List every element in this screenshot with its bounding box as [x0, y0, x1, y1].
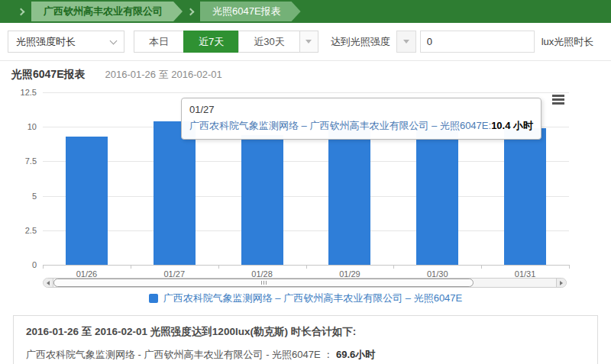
- metric-select[interactable]: 光照强度时长: [8, 31, 124, 53]
- summary-box: 2016-01-26 至 2016-02-01 光照强度达到1200lux(勒克…: [13, 315, 598, 364]
- report-title: 光照6047E报表: [11, 68, 85, 82]
- x-axis-tick: [218, 265, 219, 269]
- chevron-right-icon: [18, 8, 25, 15]
- x-axis-tick: [306, 265, 307, 269]
- scrollbar-right-button[interactable]: [556, 279, 566, 287]
- bar-01-27[interactable]: [154, 121, 196, 265]
- filter-toolbar: 光照强度时长 本日 近7天 近30天 达到光照强度 lux光照时长: [0, 23, 611, 61]
- y-axis-label: 2.5: [0, 226, 37, 235]
- y-axis-label: 0: [0, 260, 37, 269]
- metric-select-value: 光照强度时长: [16, 35, 76, 49]
- x-axis-tick: [393, 265, 394, 269]
- y-axis-label: 5: [0, 192, 37, 201]
- breadcrumb-report-label: 光照6047E报表: [212, 5, 281, 18]
- gridline: [43, 230, 569, 231]
- arrow-right-icon: [560, 281, 563, 285]
- y-axis-label: 12.5: [0, 88, 37, 97]
- summary-line: 广西农科院气象监测网络 - 广西钦州高丰农业有限公司 - 光照6047E ： 6…: [26, 348, 585, 362]
- range-button-today[interactable]: 本日: [134, 31, 184, 53]
- chart-tooltip: 01/27 广西农科院气象监测网络 – 广西钦州高丰农业有限公司 – 光照604…: [181, 98, 541, 140]
- x-axis-tick: [131, 265, 131, 269]
- grip-icon: [260, 281, 267, 285]
- threshold-unit-label: lux光照时长: [541, 35, 594, 49]
- bar-chart: 01/27 广西农科院气象监测网络 – 广西钦州高丰农业有限公司 – 光照604…: [0, 84, 611, 276]
- y-axis-label: 10: [0, 122, 37, 131]
- tooltip-body: 广西农科院气象监测网络 – 广西钦州高丰农业有限公司 – 光照6047E:10.…: [189, 119, 533, 133]
- y-axis-label: 7.5: [0, 156, 37, 166]
- scrollbar-left-button[interactable]: [44, 279, 53, 287]
- breadcrumb-item-report[interactable]: 光照6047E报表: [200, 2, 301, 21]
- tooltip-series-label: 广西农科院气象监测网络 – 广西钦州高丰农业有限公司 – 光照6047E:: [189, 120, 491, 131]
- summary-total-value: 69.6小时: [336, 349, 375, 360]
- chart-legend[interactable]: 广西农科院气象监测网络 – 广西钦州高丰农业有限公司 – 光照6047E: [0, 288, 611, 309]
- summary-heading: 2016-01-26 至 2016-02-01 光照强度达到1200lux(勒克…: [26, 325, 585, 339]
- tooltip-value: 10.4 小时: [491, 120, 533, 131]
- legend-swatch: [149, 294, 158, 303]
- caret-down-icon: [306, 40, 312, 43]
- breadcrumb: 广西钦州高丰农业有限公司 光照6047E报表: [0, 0, 611, 23]
- report-header: 光照6047E报表 2016-01-26 至 2016-02-01: [0, 61, 611, 84]
- legend-label: 广西农科院气象监测网络 – 广西钦州高丰农业有限公司 – 光照6047E: [163, 292, 463, 305]
- range-button-7days[interactable]: 近7天: [183, 31, 239, 53]
- arrow-left-icon: [47, 281, 50, 285]
- range-dropdown-button[interactable]: [299, 31, 318, 53]
- scrollbar-thumb[interactable]: [53, 279, 474, 287]
- bar-01-29[interactable]: [328, 128, 370, 265]
- x-axis-tick: [481, 265, 482, 269]
- threshold-dropdown-button[interactable]: [396, 31, 416, 53]
- bar-01-31[interactable]: [504, 128, 546, 265]
- bar-01-28[interactable]: [241, 135, 283, 265]
- date-range-button-group: 本日 近7天 近30天: [134, 31, 318, 53]
- x-axis-tick: [43, 265, 44, 269]
- export-menu-icon[interactable]: [552, 95, 564, 106]
- gridline: [43, 92, 569, 93]
- bar-01-30[interactable]: [416, 130, 458, 265]
- caret-down-icon: [403, 40, 409, 43]
- chevron-right-icon: [187, 8, 195, 15]
- threshold-label: 达到光照强度: [331, 35, 390, 49]
- threshold-input[interactable]: [420, 31, 535, 53]
- chart-scrollbar[interactable]: [43, 278, 567, 288]
- chevron-down-icon: [110, 37, 118, 44]
- range-button-30days[interactable]: 近30天: [238, 31, 299, 53]
- breadcrumb-item-company[interactable]: 广西钦州高丰农业有限公司: [31, 2, 183, 21]
- summary-series-label: 广西农科院气象监测网络 - 广西钦州高丰农业有限公司 - 光照6047E ：: [26, 349, 336, 360]
- gridline: [43, 161, 569, 162]
- gridline: [43, 196, 569, 197]
- tooltip-date: 01/27: [189, 104, 533, 115]
- breadcrumb-company-label: 广西钦州高丰农业有限公司: [44, 5, 163, 18]
- report-date-range: 2016-01-26 至 2016-02-01: [105, 68, 221, 82]
- x-axis-tick: [569, 265, 570, 269]
- bar-01-26[interactable]: [66, 137, 108, 265]
